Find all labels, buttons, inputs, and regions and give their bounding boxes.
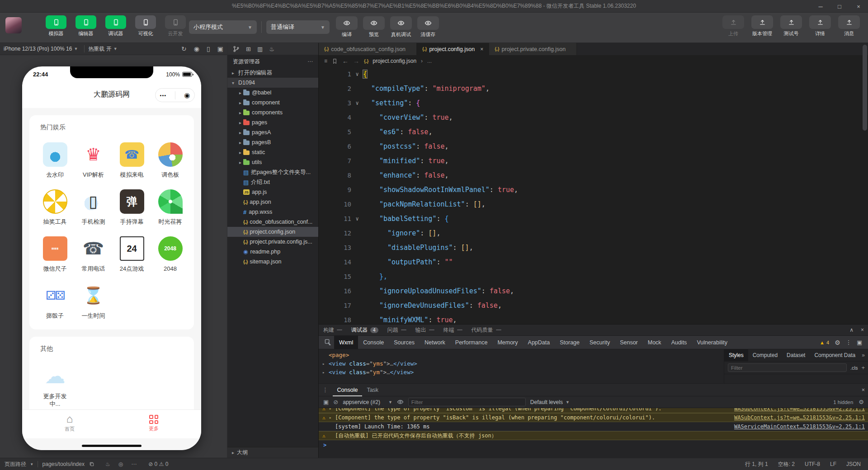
toolbar-action-button[interactable]: 预览: [361, 16, 387, 38]
source-link[interactable]: WAServiceMainContext…52181553&v=2.25.1:1: [725, 423, 865, 430]
styles-tab[interactable]: Component Data: [810, 349, 860, 362]
menu-item[interactable]: [47, 0, 59, 13]
menu-item[interactable]: [35, 0, 47, 13]
devtools-tab[interactable]: Security: [585, 336, 615, 349]
toolbar-action-button[interactable]: 编译: [334, 16, 359, 38]
problems-indicator[interactable]: ⊘ 0 ⚠ 0: [148, 461, 168, 467]
panel-toggle-button[interactable]: 编辑器: [74, 15, 98, 37]
more-tabs-icon[interactable]: »: [862, 352, 868, 358]
breadcrumb-file[interactable]: project.config.json: [373, 58, 416, 64]
menu-item[interactable]: [71, 0, 82, 13]
devtools-tab[interactable]: Storage: [555, 336, 585, 349]
source-link[interactable]: WASubContext.js?t=we…52181553&v=2.25.1:1: [725, 414, 865, 421]
layout-grid-icon[interactable]: ⊞: [246, 46, 251, 52]
devtools-tab[interactable]: Wxml: [334, 336, 358, 349]
expand-arrow-icon[interactable]: ▸: [322, 370, 329, 375]
editor-tab[interactable]: {..} project.config.json ×: [417, 43, 489, 55]
compile-mode-select[interactable]: 普通编译 ▼: [266, 20, 330, 34]
tree-row[interactable]: # app.wxss: [227, 207, 318, 217]
app-item[interactable]: ┉ 微信尺子: [36, 236, 74, 273]
tree-row[interactable]: {..} code_obfuscation_conf...: [227, 217, 318, 227]
fold-icon[interactable]: ∨: [351, 100, 363, 106]
eye-icon[interactable]: ◎: [118, 461, 123, 467]
tree-row[interactable]: {..} sitemap.json: [227, 257, 318, 267]
cls-toggle[interactable]: .cls: [850, 365, 858, 371]
close-drawer-icon[interactable]: ×: [862, 387, 865, 393]
wxml-tree[interactable]: <page> ▸ <view class="yms">…</view> ▸ <v…: [319, 349, 724, 383]
devtools-tab[interactable]: Network: [420, 336, 450, 349]
clear-console-icon[interactable]: ⊘: [333, 399, 338, 405]
frame-context-icon[interactable]: ▣: [323, 399, 329, 405]
console-row[interactable]: ⚠ ▸ [Component] the type of property "is…: [319, 408, 868, 413]
menu-item[interactable]: [118, 0, 129, 13]
statusbar-item[interactable]: UTF-8: [805, 461, 820, 467]
devtools-tab[interactable]: Sources: [389, 336, 420, 349]
console-filter-input[interactable]: [408, 398, 526, 406]
tree-row[interactable]: ▤ 介绍.txt: [227, 177, 318, 187]
app-item[interactable]: ☎ 常用电话: [74, 236, 113, 273]
avatar[interactable]: [5, 17, 22, 33]
mode-select[interactable]: 小程序模式 ▼: [189, 20, 257, 34]
app-item[interactable]: 去水印: [36, 142, 74, 179]
page-path-value[interactable]: pages/tools/index: [42, 461, 85, 467]
debugger-tab[interactable]: 问题: [387, 326, 406, 334]
save-all-icon[interactable]: ▥: [257, 46, 263, 52]
breadcrumb-more[interactable]: ...: [427, 58, 432, 64]
tree-row[interactable]: {..} project.config.json: [227, 227, 318, 237]
fold-icon[interactable]: ∨: [351, 71, 363, 77]
toolbar-right-button[interactable]: 详情: [807, 15, 833, 37]
toolbar-right-button[interactable]: 消息: [836, 15, 862, 37]
app-item[interactable]: ⌛ 一生时间: [74, 283, 113, 320]
tree-row[interactable]: ▸ components: [227, 108, 318, 118]
styles-tab[interactable]: Dataset: [782, 349, 810, 362]
statusbar-item[interactable]: 行 1, 列 1: [745, 461, 768, 468]
tree-row[interactable]: ▸ pages: [227, 118, 318, 127]
expand-arrow-icon[interactable]: ▸: [329, 415, 335, 420]
tab-more[interactable]: 更多: [138, 414, 170, 432]
editor-scrollbar[interactable]: [863, 45, 867, 131]
console-row[interactable]: [system] Launch Time: 1365 ms WAServiceM…: [319, 422, 868, 431]
devtools-tab[interactable]: Performance: [450, 336, 493, 349]
styles-tab[interactable]: Computed: [748, 349, 782, 362]
devtools-tab[interactable]: Mock: [643, 336, 666, 349]
statusbar-item[interactable]: JSON: [846, 461, 861, 467]
devtools-tab[interactable]: Memory: [492, 336, 523, 349]
panel-toggle-button[interactable]: 模拟器: [44, 15, 68, 37]
context-select[interactable]: appservice (#2) ▼: [343, 399, 392, 405]
toolbar-action-button[interactable]: 真机调试: [388, 16, 414, 38]
git-branch-icon[interactable]: [233, 46, 240, 52]
app-item[interactable]: 2048 2048: [151, 236, 189, 273]
debugger-tab[interactable]: 构建: [323, 326, 342, 334]
tree-row[interactable]: ▸ pagesA: [227, 127, 318, 137]
outline-list-icon[interactable]: ≡: [324, 58, 327, 64]
tree-row[interactable]: ▸ utils: [227, 157, 318, 167]
copy-icon[interactable]: [89, 461, 94, 467]
toolbar-right-button[interactable]: 上传: [721, 15, 746, 37]
nav-back-icon[interactable]: ←: [342, 57, 349, 65]
app-item[interactable]: 抽奖工具: [36, 189, 74, 226]
toolbar-action-button[interactable]: 清缓存: [415, 16, 441, 38]
app-item[interactable]: ☎ 模拟来电: [113, 142, 151, 179]
tree-row[interactable]: ▤ 把pages整个文件夹导...: [227, 167, 318, 177]
page-path-label[interactable]: 页面路径: [5, 461, 26, 468]
eye-icon[interactable]: [397, 399, 404, 405]
menu-item[interactable]: [24, 0, 35, 13]
app-item[interactable]: 弹 手持弹幕: [113, 189, 151, 226]
app-item[interactable]: ☁ 更多开发中...: [36, 364, 74, 408]
capsule-button[interactable]: ••• ◉: [155, 88, 195, 102]
teapot-icon[interactable]: ♨: [105, 461, 110, 467]
panel-toggle-button[interactable]: 云开发: [164, 15, 187, 37]
tree-row[interactable]: ▸ pagesB: [227, 137, 318, 147]
app-item[interactable]: ♛ VIP解析: [74, 142, 113, 179]
close-tab-icon[interactable]: ×: [480, 46, 483, 52]
settings-gear-icon[interactable]: ⚙: [835, 339, 840, 346]
toolbar-right-button[interactable]: 版本管理: [750, 15, 775, 37]
wxml-line[interactable]: ▸ <view class="yms">…</view>: [322, 359, 724, 368]
menu-item[interactable]: [12, 0, 24, 13]
statusbar-item[interactable]: LF: [830, 461, 836, 467]
devtools-tab[interactable]: Audits: [666, 336, 692, 349]
collapse-icon[interactable]: ∧: [849, 327, 854, 333]
tree-row[interactable]: {..} app.json: [227, 197, 318, 207]
tree-row[interactable]: ▸ @babel: [227, 88, 318, 98]
close-button[interactable]: ×: [849, 0, 868, 13]
